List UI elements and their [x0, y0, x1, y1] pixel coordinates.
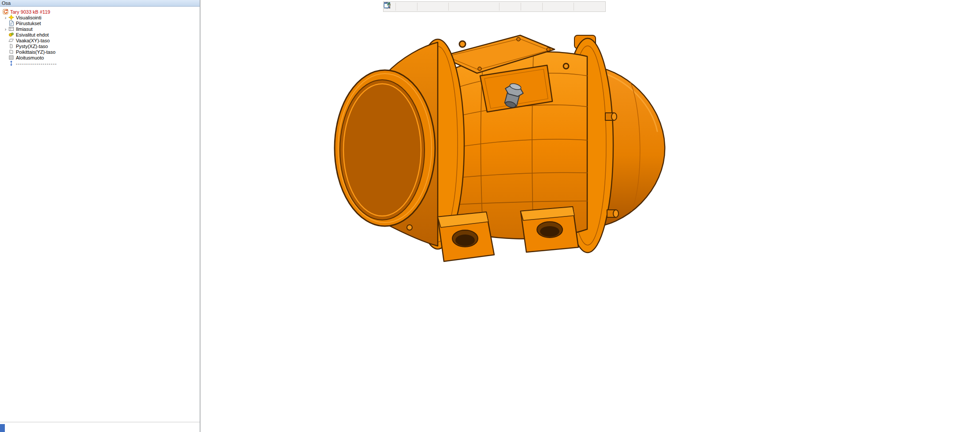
- materials-button[interactable]: [553, 2, 563, 11]
- tree-item-esivalitut-ehdot[interactable]: Esivalitut ehdot: [0, 32, 200, 37]
- eraser-button[interactable]: [563, 2, 573, 11]
- tree-item-label: Aloitusmuoto: [16, 55, 44, 60]
- panel-footer-divider: [0, 422, 200, 422]
- part-document-icon: [3, 9, 8, 15]
- wireframe-mode-button[interactable]: [479, 2, 488, 11]
- toolbar-separator: [395, 3, 396, 11]
- visualization-icon: [8, 15, 14, 20]
- transparent-mode-button[interactable]: [488, 2, 498, 11]
- isometric-view-button[interactable]: [500, 2, 510, 11]
- zoom-pointer-button[interactable]: [418, 2, 428, 11]
- rollback-icon: [8, 60, 14, 66]
- appearances-icon: [8, 26, 14, 32]
- tree-item-rollback-bar[interactable]: --------------------: [0, 60, 200, 66]
- pan-view-button[interactable]: [438, 2, 447, 11]
- feature-tree-panel: Osa Tary 9033 kB #119 › Visualisointi: [0, 0, 200, 432]
- toolbar-separator: [448, 3, 449, 11]
- drawings-icon: [8, 20, 14, 26]
- tree-item-poikittais-yz-taso[interactable]: Poikittais(YZ)-taso: [0, 49, 200, 55]
- tree-item-label: --------------------: [16, 61, 57, 66]
- tree-item-label: Visualisointi: [16, 15, 41, 20]
- 3d-viewport[interactable]: [201, 0, 980, 432]
- tree-root-label: Tary 9033 kB #119: [10, 9, 50, 15]
- frame-select-button[interactable]: [397, 2, 406, 11]
- expand-chevron[interactable]: ›: [3, 27, 8, 31]
- shaded-edges-mode-button[interactable]: [459, 2, 469, 11]
- shaded-mode-button[interactable]: [450, 2, 459, 11]
- tree-item-label: Poikittais(YZ)-taso: [16, 49, 56, 55]
- measure-button[interactable]: [406, 2, 416, 11]
- expand-chevron[interactable]: ›: [3, 15, 8, 20]
- tree-item-label: Vaaka(XY)-taso: [16, 38, 50, 43]
- panel-title: Osa: [2, 0, 11, 6]
- toolbar-separator: [499, 3, 499, 11]
- preselected-conditions-icon: [8, 32, 14, 37]
- vibration-motor-model: [201, 0, 980, 432]
- plane-icon: [8, 49, 14, 55]
- toolbar-separator: [417, 3, 417, 11]
- toolbar-separator: [574, 3, 574, 11]
- render-button[interactable]: [510, 2, 520, 11]
- tree-item-aloitusmuoto[interactable]: Aloitusmuoto: [0, 55, 200, 60]
- tree-item-pysty-xz-taso[interactable]: Pysty(XZ)-taso: [0, 43, 200, 49]
- tree-item-ilmiasut[interactable]: › Ilmiasut: [0, 26, 200, 32]
- feature-tree: Tary 9033 kB #119 › Visualisointi Piirus…: [0, 7, 200, 66]
- start-shape-icon: [8, 55, 14, 60]
- tree-item-vaaka-xy-taso[interactable]: Vaaka(XY)-taso: [0, 37, 200, 43]
- toolbar-separator: [521, 3, 521, 11]
- rotate-view-button[interactable]: [428, 2, 438, 11]
- tree-item-label: Pysty(XZ)-taso: [16, 44, 48, 49]
- plane-icon: [8, 43, 14, 49]
- magnifier-button[interactable]: [544, 2, 553, 11]
- tree-root-row[interactable]: Tary 9033 kB #119: [0, 9, 200, 15]
- view-toolbar: [383, 1, 606, 12]
- tree-item-piirustukset[interactable]: Piirustukset: [0, 20, 200, 26]
- plane-icon: [8, 37, 14, 43]
- toolbar-separator: [542, 3, 543, 11]
- hidden-lines-mode-button[interactable]: [469, 2, 479, 11]
- layers-button[interactable]: [532, 2, 541, 11]
- coordinate-axes-button[interactable]: [585, 2, 594, 11]
- tree-item-visualisointi[interactable]: › Visualisointi: [0, 15, 200, 20]
- tree-item-label: Piirustukset: [16, 21, 41, 26]
- new-view-window-icon: [384, 2, 391, 9]
- new-view-window-button[interactable]: [594, 2, 604, 11]
- panel-bottom-accent: [0, 424, 5, 432]
- panel-header: Osa: [0, 0, 200, 7]
- section-view-button[interactable]: [522, 2, 532, 11]
- tree-item-label: Ilmiasut: [16, 26, 33, 32]
- dimension-pointer-button[interactable]: [575, 2, 585, 11]
- tree-item-label: Esivalitut ehdot: [16, 32, 49, 37]
